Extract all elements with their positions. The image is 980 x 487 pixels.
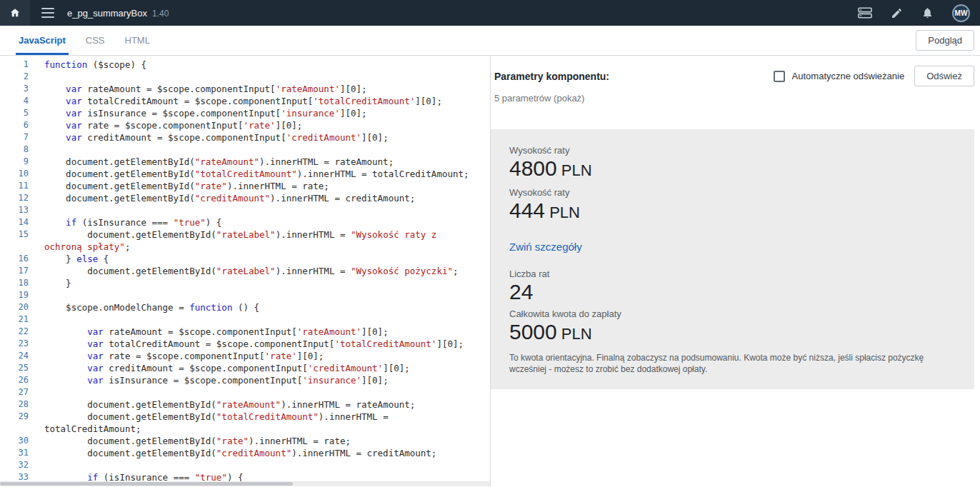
code-token: ][0]; <box>415 96 442 106</box>
code-token: ][0]; <box>340 84 367 94</box>
home-button[interactable] <box>0 0 30 26</box>
line-number: 32 <box>0 459 29 471</box>
code-line[interactable]: 19 <box>0 289 490 301</box>
tab-javascript[interactable]: JavaScript <box>16 26 69 55</box>
code-token: ][0]; <box>340 108 367 119</box>
code-line[interactable]: 5 var isInsurance = $scope.componentInpu… <box>0 107 490 119</box>
menu-button[interactable] <box>41 8 54 18</box>
code-line[interactable]: 10 document.getElementById("totalCreditA… <box>0 168 490 180</box>
code-token: var <box>87 363 104 373</box>
tab-html[interactable]: HTML <box>122 26 153 55</box>
code-token: totalCreditAmount = $scope.componentInpu… <box>104 338 335 349</box>
code-line[interactable]: 2 <box>0 71 490 83</box>
edit-icon[interactable] <box>891 7 903 19</box>
code-token: else <box>76 253 98 264</box>
component-name: e_pg_summaryBox <box>67 8 147 19</box>
code-line[interactable]: 28 document.getElementById("rateAmount")… <box>0 398 490 411</box>
code-line[interactable]: 6 var rate = $scope.componentInput['rate… <box>0 119 490 131</box>
code-token: rateAmount = $scope.componentInput[ <box>104 326 297 337</box>
code-token: "totalCreditAmount" <box>195 169 297 179</box>
code-text <box>29 144 44 156</box>
summary-item-value: 24 <box>509 280 956 304</box>
code-token: document.getElementById( <box>44 411 216 422</box>
code-token: "totalCreditAmount" <box>216 411 319 422</box>
params-count[interactable]: 5 parametrów (pokaż) <box>491 86 980 104</box>
code-line[interactable]: 13 <box>0 204 490 216</box>
code-text: var rateAmount = $scope.componentInput['… <box>29 326 389 338</box>
code-line[interactable]: 20 $scope.onModelChange = function () { <box>0 301 490 313</box>
code-token: ][0]; <box>361 326 389 337</box>
line-number: 11 <box>0 180 29 192</box>
notifications-icon[interactable] <box>921 6 934 19</box>
code-line[interactable]: ochroną spłaty"; <box>0 241 490 253</box>
code-line[interactable]: totalCreditAmount; <box>0 423 490 435</box>
line-number: 27 <box>0 386 29 398</box>
refresh-button[interactable]: Odśwież <box>914 66 974 86</box>
code-token: ).innerHTML = creditAmount; <box>270 193 415 204</box>
code-token: function <box>44 59 87 70</box>
code-line[interactable]: 11 document.getElementById("rate").inner… <box>0 180 490 192</box>
code-line[interactable]: 29 document.getElementById("totalCreditA… <box>0 411 490 423</box>
code-editor[interactable]: 1function ($scope) {23 var rateAmount = … <box>0 56 491 486</box>
code-line[interactable]: 31 document.getElementById("creditAmount… <box>0 447 490 459</box>
code-line[interactable]: 21 <box>0 313 490 326</box>
code-line[interactable]: 15 document.getElementById("rateLabel").… <box>0 229 490 241</box>
code-line[interactable]: 12 document.getElementById("creditAmount… <box>0 192 490 204</box>
line-number: 28 <box>0 398 29 411</box>
code-token <box>44 326 87 337</box>
stack-icon[interactable] <box>858 7 872 19</box>
code-token <box>44 108 66 119</box>
code-token: $scope.onModelChange = <box>44 302 189 313</box>
main-content: 1function ($scope) {23 var rateAmount = … <box>0 56 980 486</box>
code-token: var <box>66 120 82 131</box>
code-token: rate = $scope.componentInput[ <box>82 120 244 131</box>
code-line[interactable]: 16 } else { <box>0 253 490 265</box>
code-text: ochroną spłaty"; <box>29 241 130 253</box>
code-text: var creditAmount = $scope.componentInput… <box>29 131 389 144</box>
preview-button[interactable]: Podgląd <box>916 30 974 51</box>
code-line[interactable]: 18 } <box>0 277 490 289</box>
line-number: 21 <box>0 313 29 326</box>
code-token: document.getElementById( <box>44 181 195 191</box>
code-token: ][0]; <box>361 132 389 143</box>
code-line[interactable]: 25 var creditAmount = $scope.componentIn… <box>0 362 490 374</box>
code-line[interactable]: 30 document.getElementById("rate").inner… <box>0 435 490 447</box>
code-line[interactable]: 7 var creditAmount = $scope.componentInp… <box>0 131 490 144</box>
code-line[interactable]: 27 <box>0 386 490 398</box>
code-token: isInsurance = $scope.componentInput[ <box>82 108 281 119</box>
collapse-details-link[interactable]: Zwiń szczegóły <box>509 241 582 253</box>
code-line[interactable]: 3 var rateAmount = $scope.componentInput… <box>0 83 490 95</box>
code-token: document.getElementById( <box>44 156 195 167</box>
line-number: 23 <box>0 338 29 350</box>
code-token: totalCreditAmount; <box>44 423 141 434</box>
scrollbar-thumb[interactable] <box>0 482 293 486</box>
code-line[interactable]: 23 var totalCreditAmount = $scope.compon… <box>0 338 490 350</box>
code-token: 'rateAmount' <box>276 84 340 94</box>
auto-refresh-checkbox[interactable] <box>774 71 785 82</box>
code-line[interactable]: 26 var isInsurance = $scope.componentInp… <box>0 374 490 386</box>
code-line[interactable]: 22 var rateAmount = $scope.componentInpu… <box>0 326 490 338</box>
line-number: 3 <box>0 83 29 95</box>
topbar-actions: MW <box>858 4 980 22</box>
code-text: function ($scope) { <box>29 59 146 71</box>
code-line[interactable]: 8 <box>0 144 490 156</box>
code-text: var rate = $scope.componentInput['rate']… <box>29 350 324 362</box>
avatar[interactable]: MW <box>952 4 970 22</box>
code-line[interactable]: 9 document.getElementById("rateAmount").… <box>0 156 490 168</box>
top-bar: e_pg_summaryBox 1.40 MW <box>0 0 980 26</box>
code-token: ).innerHTML = <box>276 229 351 240</box>
code-line[interactable]: 4 var totalCreditAmount = $scope.compone… <box>0 95 490 107</box>
horizontal-scrollbar[interactable] <box>0 481 490 486</box>
code-token: "Wysokość pożyczki" <box>351 266 453 276</box>
code-token: 'rate' <box>243 120 275 131</box>
code-line[interactable]: 1function ($scope) { <box>0 59 490 71</box>
code-token: ).innerHTML = rate; <box>249 436 351 446</box>
summary-item-value: 4800 PLN <box>509 156 956 183</box>
code-line[interactable]: 32 <box>0 459 490 471</box>
code-line[interactable]: 14 if (isInsurance === "true") { <box>0 216 490 229</box>
tab-css[interactable]: CSS <box>83 26 108 55</box>
code-line[interactable]: 24 var rate = $scope.componentInput['rat… <box>0 350 490 362</box>
code-line[interactable]: 17 document.getElementById("rateLabel").… <box>0 265 490 277</box>
code-text: document.getElementById("rateAmount").in… <box>29 398 415 411</box>
line-number: 16 <box>0 253 29 265</box>
